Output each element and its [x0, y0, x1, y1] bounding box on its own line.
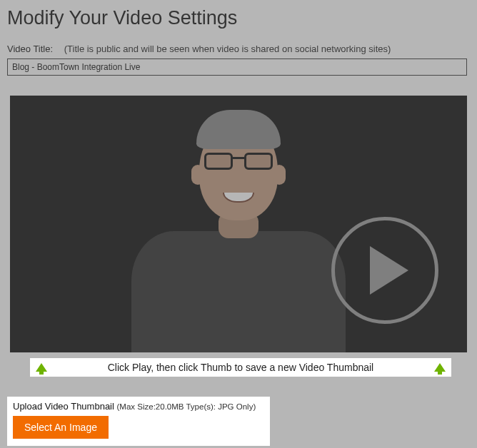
upload-thumbnail-meta: (Max Size:20.0MB Type(s): JPG Only)	[117, 402, 256, 411]
select-image-button[interactable]: Select An Image	[13, 416, 109, 439]
video-thumbnail-image	[131, 231, 346, 352]
arrow-up-icon	[434, 363, 446, 372]
page-title: Modify Your Video Settings	[7, 7, 470, 29]
upload-thumbnail-label: Upload Video Thumbnail	[13, 401, 114, 412]
upload-thumbnail-panel: Upload Video Thumbnail (Max Size:20.0MB …	[7, 397, 270, 446]
video-player[interactable]	[10, 96, 467, 352]
thumbnail-instruction-text: Click Play, then click Thumb to save a n…	[108, 362, 373, 373]
thumbnail-instruction-bar: Click Play, then click Thumb to save a n…	[30, 358, 451, 377]
play-button[interactable]	[331, 217, 438, 324]
video-title-hint: (Title is public and will be seen when v…	[64, 44, 391, 54]
video-title-label: Video Title:	[7, 44, 53, 54]
video-title-input[interactable]	[7, 58, 467, 76]
arrow-up-icon	[36, 363, 47, 372]
play-icon	[370, 246, 408, 295]
